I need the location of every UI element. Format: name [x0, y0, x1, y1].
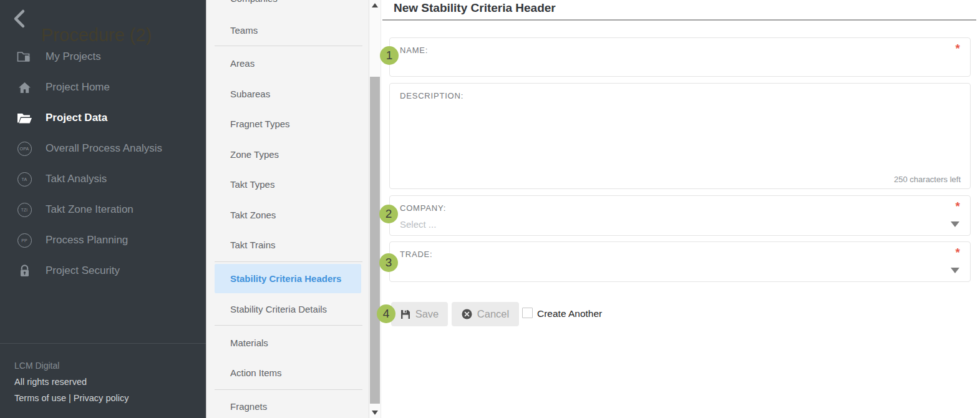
terms-of-use-link[interactable]: Terms of use	[14, 393, 66, 403]
create-another-label[interactable]: Create Another	[537, 308, 602, 319]
sidebar-item-project-security[interactable]: Project Security	[0, 261, 206, 280]
sidebar-item-process-planning[interactable]: PP Process Planning	[0, 231, 206, 250]
submenu-scrollbar[interactable]	[369, 0, 381, 418]
submenu-item-takt-zones[interactable]: Takt Zones	[215, 205, 361, 224]
submenu-item-fragnets[interactable]: Fragnets	[215, 397, 361, 416]
create-another-checkbox[interactable]	[522, 308, 533, 318]
save-button-label: Save	[415, 308, 439, 320]
opa-badge: OPA	[17, 142, 32, 156]
sidebar-item-overall-process-analysis[interactable]: OPA Overall Process Analysis	[0, 139, 206, 158]
required-asterisk: *	[956, 200, 960, 213]
sidebar-item-label: Project Data	[46, 112, 107, 124]
pp-badge: PP	[17, 233, 32, 248]
submenu-item-fragnet-types[interactable]: Fragnet Types	[215, 114, 361, 133]
company-select[interactable]: COMPANY: * Select ...	[389, 195, 971, 236]
submenu-divider	[215, 261, 362, 262]
sidebar-item-label: Project Home	[46, 81, 110, 94]
sidebar-title: Procedure (2)	[41, 25, 152, 46]
sidebar-item-project-data[interactable]: Project Data	[0, 109, 206, 127]
sidebar-item-label: Process Planning	[46, 234, 128, 246]
pp-circle-icon: PP	[16, 232, 32, 248]
submenu-item-companies[interactable]: Companies	[215, 0, 361, 7]
title-divider	[382, 19, 976, 21]
footer-link-separator: |	[66, 393, 74, 403]
submenu-item-takt-types[interactable]: Takt Types	[215, 175, 361, 193]
description-label: DESCRIPTION:	[400, 91, 463, 100]
page-title: New Stability Criteria Header	[394, 1, 556, 15]
sidebar-item-label: Overall Process Analysis	[46, 142, 162, 155]
tzi-badge: TZI	[17, 203, 32, 217]
scrollbar-thumb[interactable]	[370, 77, 380, 404]
submenu-item-materials[interactable]: Materials	[215, 333, 361, 352]
ta-badge: TA	[17, 172, 32, 187]
cancel-button-label: Cancel	[477, 308, 509, 320]
required-asterisk: *	[956, 246, 960, 260]
footer-brand: LCM Digital	[14, 361, 59, 371]
form-panel: New Stability Criteria Header NAME: * 1 …	[381, 0, 980, 418]
scroll-down-arrow-icon[interactable]	[372, 411, 378, 415]
characters-left-counter: 250 characters left	[894, 175, 961, 184]
sidebar-item-my-projects[interactable]: My Projects	[0, 47, 206, 66]
submenu-divider	[215, 389, 362, 390]
submenu-divider	[215, 46, 362, 46]
annotation-marker-2: 2	[379, 205, 398, 223]
submenu-item-stability-criteria-details[interactable]: Stability Criteria Details	[215, 299, 361, 318]
lock-icon	[16, 263, 32, 279]
company-placeholder: Select ...	[400, 219, 436, 230]
sidebar-item-takt-analysis[interactable]: TA Takt Analysis	[0, 170, 206, 188]
chevron-left-icon	[11, 9, 27, 29]
project-data-submenu: Companies Teams Areas Subareas Fragnet T…	[206, 0, 369, 418]
name-input[interactable]: NAME: *	[389, 37, 971, 77]
footer-divider	[0, 343, 206, 344]
required-asterisk: *	[956, 42, 960, 56]
company-label: COMPANY:	[400, 203, 446, 213]
annotation-marker-3: 3	[379, 253, 398, 272]
home-icon	[16, 79, 32, 95]
submenu-item-takt-trains[interactable]: Takt Trains	[215, 235, 361, 254]
opa-circle-icon: OPA	[16, 140, 32, 157]
submenu-item-stability-criteria-headers[interactable]: Stability Criteria Headers	[215, 264, 361, 293]
folder-page-icon	[16, 49, 32, 65]
tzi-circle-icon: TZI	[16, 202, 32, 218]
footer-links: Terms of use | Privacy policy	[14, 393, 129, 403]
footer-rights: All rights reserved	[14, 377, 87, 387]
trade-label: TRADE:	[400, 250, 432, 259]
submenu-item-areas[interactable]: Areas	[215, 54, 361, 72]
sidebar-item-label: Takt Zone Iteration	[46, 203, 133, 216]
sidebar-item-label: Takt Analysis	[46, 173, 107, 185]
submenu-item-teams[interactable]: Teams	[215, 21, 361, 39]
annotation-marker-1: 1	[380, 46, 399, 65]
save-button[interactable]: Save	[391, 302, 448, 326]
description-textarea[interactable]: DESCRIPTION: 250 characters left	[389, 83, 971, 189]
name-label: NAME:	[400, 46, 428, 55]
ta-circle-icon: TA	[16, 171, 32, 187]
submenu-item-zone-types[interactable]: Zone Types	[215, 145, 361, 163]
save-icon	[400, 309, 410, 319]
submenu-divider	[215, 325, 362, 326]
annotation-marker-4: 4	[377, 304, 395, 323]
submenu-item-action-items[interactable]: Action Items	[215, 363, 361, 382]
app-window: Procedure (2) My Projects Project Home P…	[0, 0, 980, 418]
sidebar-item-label: Project Security	[46, 265, 120, 277]
back-button[interactable]	[11, 9, 32, 30]
chevron-down-icon[interactable]	[951, 221, 959, 227]
sidebar-item-label: My Projects	[46, 51, 101, 63]
project-sidebar: Procedure (2) My Projects Project Home P…	[0, 0, 206, 418]
submenu-item-subareas[interactable]: Subareas	[215, 84, 361, 103]
scroll-up-arrow-icon[interactable]	[372, 3, 378, 7]
sidebar-item-project-home[interactable]: Project Home	[0, 78, 206, 97]
cancel-icon	[462, 309, 472, 319]
folder-open-icon	[16, 110, 32, 126]
chevron-down-icon[interactable]	[951, 268, 959, 273]
trade-select[interactable]: TRADE: *	[389, 241, 971, 282]
sidebar-item-takt-zone-iteration[interactable]: TZI Takt Zone Iteration	[0, 200, 206, 219]
cancel-button[interactable]: Cancel	[452, 302, 519, 326]
privacy-policy-link[interactable]: Privacy policy	[74, 393, 129, 403]
